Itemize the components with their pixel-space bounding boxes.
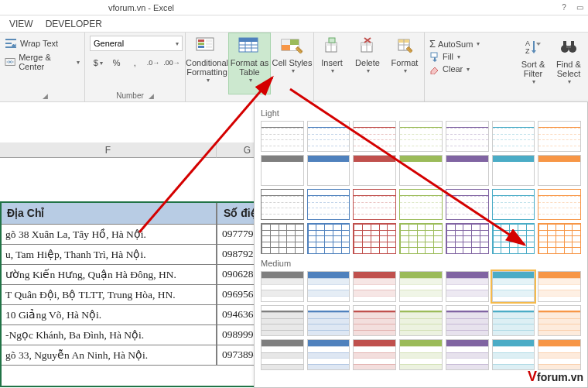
dialog-launcher-icon[interactable]: ◢ bbox=[149, 92, 154, 100]
table-row[interactable]: ường Kiến Hưng, Quận Hà Đông, HN.0906281… bbox=[0, 265, 279, 285]
cell-address[interactable]: -Ngọc Khánh, Ba Đình, Hà Nội. bbox=[0, 325, 217, 345]
merge-center-button[interactable]: Merge & Center ▾ bbox=[5, 51, 80, 73]
chevron-down-icon: ▾ bbox=[77, 59, 80, 66]
table-style-swatch[interactable] bbox=[538, 305, 581, 336]
table-style-swatch[interactable] bbox=[353, 121, 396, 152]
table-row[interactable]: gõ 33, Nguyễn An Ninh, Hà Nội.097389464 bbox=[0, 345, 279, 366]
number-format-select[interactable]: General ▾ bbox=[90, 36, 183, 51]
table-style-swatch[interactable] bbox=[538, 271, 581, 302]
table-style-swatch[interactable] bbox=[446, 155, 489, 186]
table-style-swatch[interactable] bbox=[492, 155, 535, 186]
table-style-swatch[interactable] bbox=[261, 223, 304, 254]
tab-view[interactable]: VIEW bbox=[3, 17, 39, 31]
format-button[interactable]: Format▾ bbox=[385, 33, 424, 94]
table-style-swatch[interactable] bbox=[446, 121, 489, 152]
table-row[interactable]: -Ngọc Khánh, Ba Đình, Hà Nội.098999611 bbox=[0, 325, 279, 345]
table-style-swatch[interactable] bbox=[538, 339, 581, 370]
table-style-swatch[interactable] bbox=[446, 189, 489, 220]
svg-rect-5 bbox=[198, 39, 204, 42]
table-style-swatch[interactable] bbox=[307, 223, 350, 254]
svg-rect-33 bbox=[431, 53, 437, 57]
table-style-swatch[interactable] bbox=[307, 121, 350, 152]
ribbon: Wrap Text Merge & Center ▾ ◢ General ▾ $… bbox=[0, 33, 588, 102]
table-row[interactable]: 10 Giảng Võ, Hà Nội.094636888 bbox=[0, 305, 279, 325]
table-style-swatch[interactable] bbox=[399, 189, 443, 220]
increase-decimal-button[interactable]: .0→ bbox=[145, 54, 162, 71]
table-style-swatch[interactable] bbox=[307, 155, 350, 186]
table-style-swatch[interactable] bbox=[261, 189, 304, 220]
cell-address[interactable]: u, Tam Hiệp, Thanh Trì, Hà Nội. bbox=[0, 245, 217, 265]
table-header-address[interactable]: Địa Chỉ bbox=[0, 201, 217, 225]
table-style-swatch[interactable] bbox=[399, 305, 443, 336]
cell-address[interactable]: 10 Giảng Võ, Hà Nội. bbox=[0, 305, 217, 325]
cell-styles-button[interactable]: Cell Styles▾ bbox=[271, 33, 313, 94]
table-style-swatch[interactable] bbox=[538, 223, 581, 254]
insert-button[interactable]: Insert▾ bbox=[314, 33, 350, 94]
table-style-swatch[interactable] bbox=[446, 223, 489, 254]
table-style-swatch[interactable] bbox=[492, 189, 535, 220]
table-row[interactable]: u, Tam Hiệp, Thanh Trì, Hà Nội.098792349 bbox=[0, 245, 279, 265]
sort-filter-button[interactable]: AZ Sort & Filter▾ bbox=[515, 34, 551, 96]
conditional-formatting-button[interactable]: Conditional Formatting▾ bbox=[186, 33, 228, 94]
table-style-swatch[interactable] bbox=[492, 271, 535, 302]
table-style-swatch[interactable] bbox=[353, 271, 396, 302]
table-style-swatch[interactable] bbox=[353, 223, 396, 254]
table-style-swatch[interactable] bbox=[307, 271, 350, 302]
tab-developer[interactable]: DEVELOPER bbox=[39, 17, 108, 31]
decrease-decimal-button[interactable]: .00→ bbox=[163, 54, 180, 71]
col-header-f[interactable]: F bbox=[0, 142, 217, 158]
cell-address[interactable]: T Quân Đội, Bộ TLTT, Trung Hòa, HN. bbox=[0, 285, 217, 305]
table-style-swatch[interactable] bbox=[446, 339, 489, 370]
chevron-down-icon: ▾ bbox=[176, 40, 179, 47]
table-style-swatch[interactable] bbox=[399, 339, 443, 370]
table-style-swatch[interactable] bbox=[307, 189, 350, 220]
dialog-launcher-icon[interactable]: ◢ bbox=[43, 92, 48, 100]
table-style-swatch[interactable] bbox=[307, 305, 350, 336]
help-icon[interactable]: ? bbox=[559, 2, 569, 12]
table-style-swatch[interactable] bbox=[538, 189, 581, 220]
table-row[interactable]: T Quân Đội, Bộ TLTT, Trung Hòa, HN.09695… bbox=[0, 285, 279, 305]
table-style-swatch[interactable] bbox=[538, 121, 581, 152]
currency-button[interactable]: $▾ bbox=[90, 54, 107, 71]
comma-button[interactable]: , bbox=[127, 54, 144, 71]
cell-address[interactable]: ường Kiến Hưng, Quận Hà Đông, HN. bbox=[0, 265, 217, 285]
cells-group: Insert▾ Delete▾ Format▾ bbox=[314, 33, 425, 101]
table-style-swatch[interactable] bbox=[446, 271, 489, 302]
table-style-swatch[interactable] bbox=[492, 339, 535, 370]
find-select-button[interactable]: Find & Select▾ bbox=[551, 34, 586, 96]
table-style-swatch[interactable] bbox=[353, 339, 396, 370]
table-style-swatch[interactable] bbox=[492, 223, 535, 254]
table-style-swatch[interactable] bbox=[261, 271, 304, 302]
table-style-swatch[interactable] bbox=[353, 305, 396, 336]
table-style-swatch[interactable] bbox=[353, 189, 396, 220]
table-style-swatch[interactable] bbox=[492, 121, 535, 152]
clear-button[interactable]: Clear▾ bbox=[429, 63, 512, 75]
fill-button[interactable]: Fill▾ bbox=[429, 50, 512, 63]
table-style-swatch[interactable] bbox=[446, 305, 489, 336]
ribbon-toggle-icon[interactable]: ▭ bbox=[574, 2, 585, 12]
table-style-swatch[interactable] bbox=[399, 223, 443, 254]
table-style-swatch[interactable] bbox=[399, 271, 443, 302]
svg-rect-1 bbox=[5, 43, 12, 44]
table-row[interactable]: gõ 38 Xuân La, Tây Hồ, Hà Nội.097779510 bbox=[0, 225, 279, 245]
table-icon bbox=[238, 36, 262, 55]
table-style-swatch[interactable] bbox=[492, 305, 535, 336]
table-style-swatch[interactable] bbox=[261, 155, 304, 186]
delete-cells-icon bbox=[355, 36, 380, 55]
cell-address[interactable]: gõ 33, Nguyễn An Ninh, Hà Nội. bbox=[0, 345, 217, 366]
wrap-text-button[interactable]: Wrap Text bbox=[5, 36, 80, 51]
table-style-swatch[interactable] bbox=[538, 155, 581, 186]
table-style-swatch[interactable] bbox=[399, 121, 443, 152]
table-style-swatch[interactable] bbox=[353, 155, 396, 186]
percent-button[interactable]: % bbox=[108, 54, 125, 71]
table-style-swatch[interactable] bbox=[399, 155, 443, 186]
table-style-swatch[interactable] bbox=[261, 305, 304, 336]
table-style-swatch[interactable] bbox=[307, 339, 350, 370]
format-as-table-button[interactable]: Format as Table▾ bbox=[228, 33, 271, 94]
cell-address[interactable]: gõ 38 Xuân La, Tây Hồ, Hà Nội. bbox=[0, 225, 217, 245]
autosum-button[interactable]: ΣAutoSum▾ bbox=[429, 37, 512, 50]
delete-button[interactable]: Delete▾ bbox=[350, 33, 385, 94]
svg-rect-19 bbox=[290, 39, 299, 45]
table-style-swatch[interactable] bbox=[261, 339, 304, 370]
table-style-swatch[interactable] bbox=[261, 121, 304, 152]
